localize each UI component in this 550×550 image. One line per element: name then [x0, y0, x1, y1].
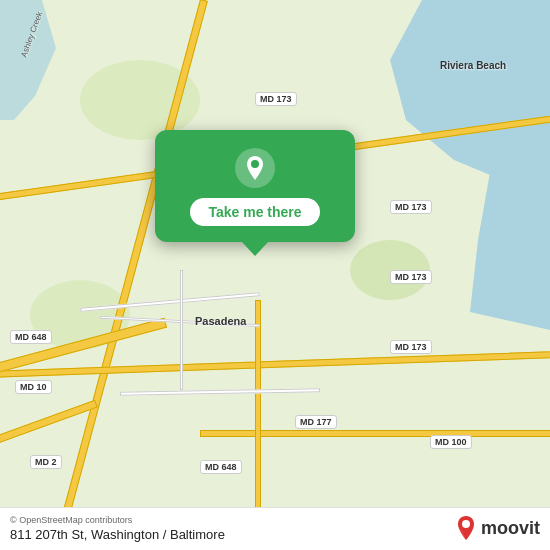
svg-point-1: [251, 160, 259, 168]
map-container: MD 173 MD 173 MD 173 MD 173 MD 648 MD 64…: [0, 0, 550, 550]
road-label-md173-3: MD 173: [390, 270, 432, 284]
bottom-left-info: © OpenStreetMap contributors 811 207th S…: [10, 515, 225, 542]
svg-point-2: [462, 520, 470, 528]
road-label-md173-1: MD 173: [255, 92, 297, 106]
road-label-md173-4: MD 173: [390, 340, 432, 354]
moovit-pin-icon: [454, 514, 478, 542]
bottom-bar: © OpenStreetMap contributors 811 207th S…: [0, 507, 550, 550]
address-label: 811 207th St, Washington / Baltimore: [10, 527, 225, 542]
moovit-brand-name: moovit: [481, 518, 540, 539]
location-popup-card: Take me there: [155, 130, 355, 242]
road-label-md10: MD 10: [15, 380, 52, 394]
road-horizontal-bottom: [200, 430, 550, 437]
map-attribution: © OpenStreetMap contributors: [10, 515, 225, 525]
road-label-md173-2: MD 173: [390, 200, 432, 214]
road-label-md177: MD 177: [295, 415, 337, 429]
road-label-md2: MD 2: [30, 455, 62, 469]
location-pin-icon: [233, 146, 277, 190]
road-label-md100: MD 100: [430, 435, 472, 449]
take-me-there-button[interactable]: Take me there: [190, 198, 319, 226]
road-label-md648-1: MD 648: [10, 330, 52, 344]
road-local-3: [180, 270, 183, 390]
road-label-md648-2: MD 648: [200, 460, 242, 474]
moovit-logo: moovit: [454, 514, 540, 542]
